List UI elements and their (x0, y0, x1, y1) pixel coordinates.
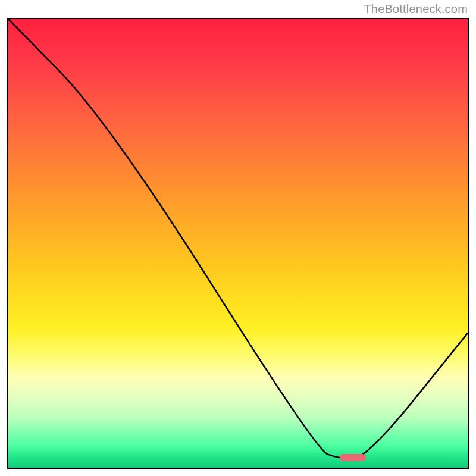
chart-frame (7, 18, 469, 469)
optimal-point-marker (340, 454, 366, 461)
bottleneck-curve (8, 19, 468, 468)
watermark-text: TheBottleneck.com (364, 2, 468, 16)
